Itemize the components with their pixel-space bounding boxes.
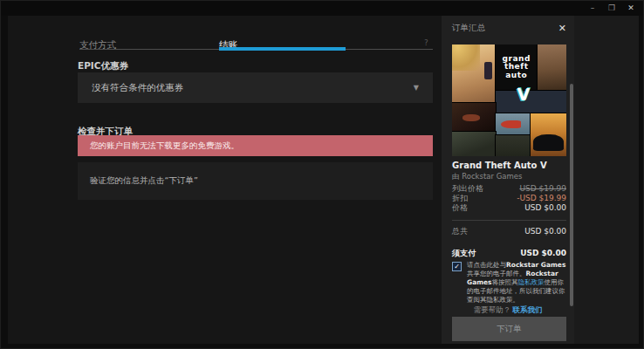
cover-jetski-shape [501, 120, 521, 128]
game-publisher: 由 Rockstar Games [452, 172, 522, 182]
help-prefix: 需要帮助？ [473, 305, 510, 314]
coupon-section-heading: EPIC优惠券 [78, 60, 128, 72]
error-message: 您的账户目前无法下载更多的免费游戏。 [90, 140, 239, 152]
verify-instruction: 验证您的信息并点击“下订单” [90, 175, 198, 187]
price-row-list: 列出价格 USD $19.99 [452, 184, 566, 194]
coupon-dropdown-value: 没有符合条件的优惠券 [92, 82, 183, 94]
order-summary-title: 订单汇总 [452, 23, 485, 34]
cover-cell-dog [452, 103, 496, 131]
price-row-price: 价格 USD $0.00 [452, 203, 566, 213]
maximize-icon[interactable]: ❐ [605, 2, 619, 14]
total-value: USD $0.00 [524, 227, 566, 236]
cover-v-mark: V [517, 85, 531, 104]
consent-text-segment: Rockstar Games [506, 261, 565, 269]
cover-woman-phone [484, 62, 492, 79]
error-banner: 您的账户目前无法下载更多的免费游戏。 [78, 135, 433, 156]
consent-text-segment: 共享您的电子邮件。 [467, 270, 526, 277]
price-value: USD $0.00 [524, 203, 566, 213]
price-label: 价格 [452, 203, 468, 213]
minimize-icon[interactable]: – [586, 2, 599, 14]
cover-woman-hair [452, 44, 480, 71]
cover-cell-woman [452, 44, 496, 103]
game-cover-art: grand theft auto V [452, 44, 566, 156]
cover-cell-jetski [496, 113, 530, 134]
email-consent-block: ✓ 请点击此处与Rockstar Games共享您的电子邮件。Rockstar … [452, 261, 568, 305]
cover-cell-face [538, 44, 566, 90]
order-summary-header: 订单汇总 ✕ [452, 23, 566, 34]
coupon-dropdown[interactable]: 没有符合条件的优惠券 ▼ [78, 72, 433, 103]
consent-checkbox[interactable]: ✓ [452, 262, 462, 271]
window-controls: – ❐ ✕ [586, 2, 638, 14]
sidebar-scrollbar[interactable] [570, 84, 573, 306]
order-summary-sidebar: 订单汇总 ✕ grand theft auto V Grand Theft Au… [442, 16, 574, 344]
checkout-panel: 支付方式 结账 ? EPIC优惠券 没有符合条件的优惠券 ▼ 检查并下订单 您的… [8, 16, 442, 344]
discount-label: 折扣 [452, 194, 468, 203]
help-line: 需要帮助？ 联系我们 [442, 305, 574, 316]
verify-panel: 验证您的信息并点击“下订单” [78, 162, 433, 200]
cover-cell-franklin [452, 132, 496, 156]
game-title: Grand Theft Auto V [452, 161, 547, 170]
total-label: 总共 [452, 227, 468, 236]
contact-us-link[interactable]: 联系我们 [513, 305, 543, 314]
epic-checkout-window: – ❐ ✕ 支付方式 结账 ? EPIC优惠券 没有符合条件的优惠券 ▼ 检查并… [0, 0, 644, 349]
price-row-due: 须支付 USD $0.00 [452, 249, 566, 258]
place-order-button[interactable]: 下订单 [452, 317, 566, 341]
cover-cell-bottom-middle [496, 135, 530, 156]
titlebar: – ❐ ✕ [1, 1, 643, 16]
price-divider [452, 220, 566, 221]
discount-value: -USD $19.99 [517, 194, 566, 203]
price-breakdown: 列出价格 USD $19.99 折扣 -USD $19.99 价格 USD $0… [452, 184, 566, 258]
consent-text-segment: 将按照其 [492, 278, 518, 286]
privacy-policy-link[interactable]: 隐私政策 [518, 278, 545, 286]
checkout-progress-active [219, 47, 346, 51]
due-value: USD $0.00 [520, 249, 566, 258]
price-row-discount: 折扣 -USD $19.99 [452, 194, 566, 203]
cover-cell-car [531, 113, 566, 156]
price-row-total: 总共 USD $0.00 [452, 227, 566, 236]
due-label: 须支付 [452, 249, 476, 258]
cover-gta-logo: grand theft auto [496, 44, 537, 90]
cover-dog-jaw [462, 114, 480, 121]
close-window-icon[interactable]: ✕ [624, 2, 638, 14]
list-price-label: 列出价格 [452, 184, 483, 194]
close-summary-icon[interactable]: ✕ [558, 24, 566, 33]
cover-logo-line3: auto [505, 72, 527, 80]
cover-cell-v-logo: V [496, 91, 566, 113]
consent-text-segment: 请点击此处与 [467, 261, 506, 269]
list-price-value: USD $19.99 [519, 184, 566, 194]
right-empty-strip [574, 16, 639, 344]
consent-text: 请点击此处与Rockstar Games共享您的电子邮件。Rockstar Ga… [467, 261, 568, 305]
help-icon: ? [424, 38, 428, 47]
chevron-down-icon: ▼ [414, 84, 419, 92]
cover-car-shape [533, 134, 564, 151]
